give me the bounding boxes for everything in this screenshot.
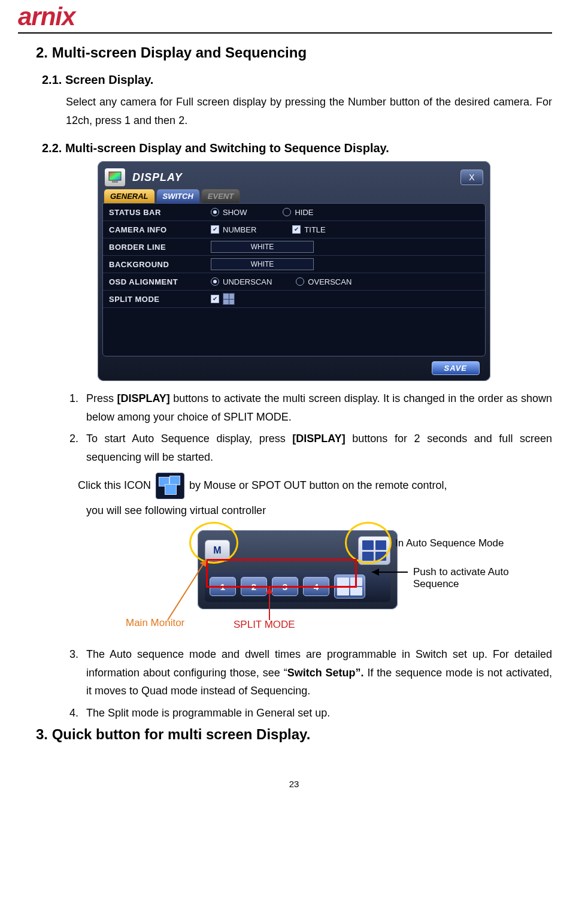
step-4: The Split mode is programmable in Genera… — [81, 704, 552, 722]
row-osd-alignment-label: OSD ALIGNMENT — [103, 277, 205, 286]
tab-switch[interactable]: SWITCH — [156, 189, 200, 203]
row-status-bar-label: STATUS BAR — [103, 208, 205, 217]
display-settings-window: DISPLAY X GENERAL SWITCH EVENT STATUS BA… — [98, 161, 490, 381]
auto-sequence-button[interactable] — [358, 536, 390, 565]
split-mode-check[interactable]: ✔ — [211, 295, 219, 303]
virtual-controller: M 1 2 3 4 — [198, 530, 398, 609]
radio-overscan[interactable]: OVERSCAN — [296, 277, 351, 286]
row-camera-info-label: CAMERA INFO — [103, 225, 205, 234]
section-2-heading: 2. Multi-screen Display and Sequencing — [36, 44, 552, 61]
row-border-line-label: BORDER LINE — [103, 243, 205, 252]
callout-split-mode: SPLIT MODE — [234, 619, 295, 631]
svg-rect-0 — [109, 172, 121, 180]
radio-hide-label: HIDE — [295, 208, 313, 217]
radio-show[interactable]: SHOW — [211, 208, 247, 217]
step-3: The Auto sequence mode and dwell times a… — [81, 645, 552, 700]
callout-push-sequence: Push to activate Auto Sequence — [413, 566, 552, 590]
display-icon — [105, 168, 125, 186]
icon-line-post: by Mouse or SPOT OUT button on the remot… — [189, 476, 447, 495]
callout-auto-sequence: In Auto Sequence Mode — [395, 537, 504, 549]
radio-underscan-label: UNDERSCAN — [223, 277, 272, 286]
channel-4-button[interactable]: 4 — [303, 577, 329, 596]
channel-2-button[interactable]: 2 — [241, 577, 267, 596]
step-2: To start Auto Sequence display, press [D… — [81, 430, 552, 466]
radio-overscan-label: OVERSCAN — [308, 277, 351, 286]
save-button[interactable]: SAVE — [432, 361, 480, 375]
radio-hide[interactable]: HIDE — [283, 208, 313, 217]
icon-line-pre: Click this ICON — [78, 476, 151, 495]
channel-3-button[interactable]: 3 — [272, 577, 298, 596]
tab-general[interactable]: GENERAL — [104, 189, 155, 203]
section-2-1-heading: 2.1. Screen Display. — [42, 73, 552, 87]
row-background-label: BACKGROUND — [103, 260, 205, 269]
border-line-select[interactable]: WHITE — [211, 241, 314, 253]
callout-main-monitor: Main Monitor — [126, 617, 184, 629]
brand-logo: arnix — [0, 0, 588, 31]
split-mode-button[interactable] — [334, 575, 365, 598]
radio-show-label: SHOW — [223, 208, 247, 217]
page-number: 23 — [0, 779, 588, 789]
section-2-2-heading: 2.2. Multi-screen Display and Switching … — [42, 141, 552, 155]
tab-event[interactable]: EVENT — [201, 189, 240, 203]
split-grid-icon[interactable] — [223, 293, 235, 305]
background-select[interactable]: WHITE — [211, 258, 314, 270]
check-number[interactable]: ✔NUMBER — [211, 225, 256, 234]
check-title-label: TITLE — [304, 225, 325, 234]
radio-underscan[interactable]: UNDERSCAN — [211, 277, 272, 286]
svg-rect-1 — [112, 181, 118, 183]
step-1: Press [DISPLAY] buttons to activate the … — [81, 389, 552, 426]
section-2-1-body: Select any camera for Full screen displa… — [66, 93, 552, 129]
section-3-heading: 3. Quick button for multi screen Display… — [36, 726, 552, 743]
channel-1-button[interactable]: 1 — [210, 577, 236, 596]
icon-line-2: you will see following virtual controlle… — [86, 501, 552, 520]
monitors-icon[interactable] — [156, 473, 184, 499]
window-title: DISPLAY — [132, 171, 460, 184]
main-monitor-button[interactable]: M — [205, 540, 230, 561]
row-split-mode-label: SPLIT MODE — [103, 295, 205, 304]
close-button[interactable]: X — [460, 170, 483, 185]
check-title[interactable]: ✔TITLE — [292, 225, 325, 234]
header-rule — [18, 32, 552, 34]
check-number-label: NUMBER — [223, 225, 256, 234]
